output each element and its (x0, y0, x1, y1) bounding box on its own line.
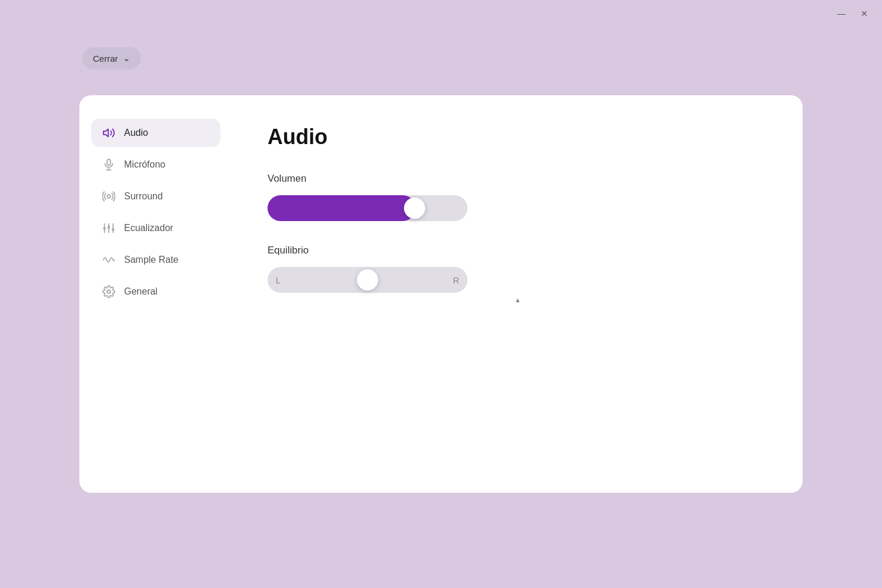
content-area: Audio Volumen Equilibrio L R ▲ (232, 95, 803, 493)
svg-point-14 (107, 290, 111, 293)
svg-point-12 (108, 226, 110, 228)
sidebar-label-surround: Surround (124, 191, 163, 202)
microphone-icon (102, 158, 116, 172)
sidebar: Audio Micrófono (79, 95, 232, 493)
sidebar-item-ecualizador[interactable]: Ecualizador (91, 214, 220, 242)
balance-slider[interactable]: L R (268, 267, 467, 293)
sidebar-label-general: General (124, 286, 158, 297)
sidebar-label-microfono: Micrófono (124, 159, 165, 170)
balance-wrapper: L R ▲ (268, 267, 767, 293)
equalizer-icon (102, 221, 116, 235)
svg-point-11 (103, 228, 105, 229)
volume-section: Volumen (268, 173, 767, 221)
svg-point-4 (107, 195, 111, 198)
svg-marker-0 (103, 129, 108, 137)
volume-fill (268, 195, 416, 221)
audio-icon (102, 126, 116, 140)
svg-rect-1 (107, 159, 111, 165)
sidebar-item-sample-rate[interactable]: Sample Rate (91, 246, 220, 274)
chevron-down-icon: ⌄ (123, 53, 131, 64)
close-dropdown-button[interactable]: Cerrar ⌄ (82, 47, 141, 69)
sidebar-label-ecualizador: Ecualizador (124, 223, 173, 233)
svg-point-13 (112, 229, 114, 230)
sidebar-item-audio[interactable]: Audio (91, 119, 220, 147)
window-controls: — ✕ (835, 8, 870, 19)
sidebar-item-general[interactable]: General (91, 278, 220, 306)
balance-left-label: L (276, 275, 280, 285)
volume-label: Volumen (268, 173, 767, 185)
sidebar-item-surround[interactable]: Surround (91, 182, 220, 211)
sidebar-label-sample-rate: Sample Rate (124, 255, 179, 265)
balance-thumb[interactable] (357, 269, 378, 290)
balance-arrow-indicator: ▲ (514, 296, 521, 303)
close-label: Cerrar (93, 54, 118, 64)
sidebar-label-audio: Audio (124, 128, 148, 138)
volume-thumb[interactable] (404, 198, 425, 219)
volume-slider[interactable] (268, 195, 467, 221)
page-title: Audio (268, 125, 767, 149)
minimize-button[interactable]: — (835, 8, 848, 19)
surround-icon (102, 189, 116, 203)
balance-section: Equilibrio L R ▲ (268, 245, 767, 293)
balance-label: Equilibrio (268, 245, 767, 256)
close-window-button[interactable]: ✕ (858, 8, 870, 19)
gear-icon (102, 285, 116, 299)
balance-right-label: R (453, 275, 459, 285)
main-panel: Audio Micrófono (79, 95, 803, 493)
wave-icon (102, 253, 116, 267)
sidebar-item-microfono[interactable]: Micrófono (91, 151, 220, 179)
